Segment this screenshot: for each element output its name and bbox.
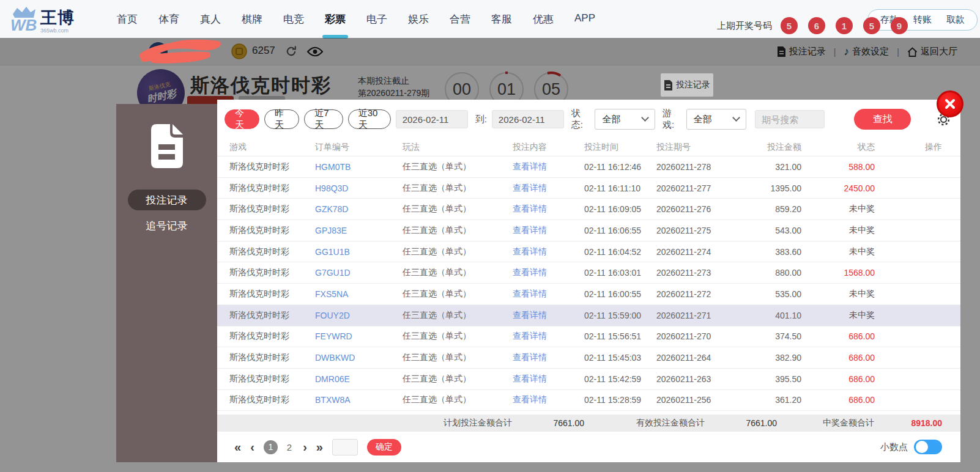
decimal-toggle-group: 小数点 bbox=[880, 440, 942, 454]
brand-logo[interactable]: WB 王博 365wb.com bbox=[10, 4, 75, 34]
view-details-link[interactable]: 查看详情 bbox=[513, 204, 584, 215]
draw-number-ball: 5 bbox=[863, 17, 880, 34]
cell-order-id[interactable]: GZK78D bbox=[315, 204, 403, 214]
cell-order-id[interactable]: FXS5NA bbox=[315, 289, 403, 299]
view-details-link[interactable]: 查看详情 bbox=[513, 161, 584, 172]
cell-game: 斯洛伐克时时彩 bbox=[229, 289, 315, 300]
current-page[interactable]: 1 bbox=[264, 440, 278, 454]
view-details-link[interactable]: 查看详情 bbox=[513, 374, 584, 385]
cell-status: 未中奖 bbox=[801, 246, 875, 257]
cell-bet-time: 02-11 15:56:51 bbox=[584, 331, 656, 341]
cell-amount: 382.90 bbox=[730, 353, 801, 363]
view-details-link[interactable]: 查看详情 bbox=[513, 352, 584, 363]
nav-item[interactable]: 客服 bbox=[487, 10, 516, 29]
quick-filter-button[interactable]: 近7天 bbox=[304, 109, 343, 129]
view-details-link[interactable]: 查看详情 bbox=[513, 310, 584, 321]
nav-item[interactable]: 彩票 bbox=[321, 10, 350, 29]
cell-game: 斯洛伐克时时彩 bbox=[229, 331, 315, 342]
decimal-toggle[interactable] bbox=[914, 440, 942, 454]
cell-order-id[interactable]: DMR06E bbox=[315, 374, 403, 384]
nav-item[interactable]: 体育 bbox=[154, 10, 184, 29]
cell-status: 未中奖 bbox=[801, 204, 875, 215]
cell-game: 斯洛伐克时时彩 bbox=[229, 394, 315, 405]
wallet-action[interactable]: 取款 bbox=[946, 14, 965, 26]
cell-period: 20260211-270 bbox=[656, 331, 730, 341]
cell-period: 20260211-271 bbox=[656, 311, 730, 320]
view-details-link[interactable]: 查看详情 bbox=[513, 225, 584, 236]
close-modal-button[interactable] bbox=[937, 90, 963, 117]
game-label: 游戏: bbox=[663, 108, 681, 131]
bet-record-menu-button[interactable]: 投注记录 bbox=[661, 73, 713, 97]
win-total-value: 8918.00 bbox=[881, 418, 942, 428]
nav-item[interactable]: 真人 bbox=[196, 10, 225, 29]
planned-total-value: 7661.00 bbox=[523, 418, 584, 428]
cell-amount: 361.20 bbox=[730, 395, 801, 405]
cell-order-id[interactable]: FOUY2D bbox=[315, 311, 403, 320]
date-to-input[interactable] bbox=[492, 110, 564, 128]
game-select[interactable]: 全部 bbox=[686, 109, 747, 130]
next-page-button[interactable]: › bbox=[303, 441, 307, 453]
view-details-link[interactable]: 查看详情 bbox=[513, 183, 584, 194]
cell-game: 斯洛伐克时时彩 bbox=[229, 352, 315, 363]
cell-order-id[interactable]: GPJ83E bbox=[315, 226, 403, 235]
page-numbers: 12 bbox=[264, 440, 294, 454]
cell-bet-time: 02-11 16:12:46 bbox=[584, 162, 656, 172]
view-details-link[interactable]: 查看详情 bbox=[513, 289, 584, 300]
quick-filter-button[interactable]: 近30天 bbox=[348, 109, 391, 129]
first-page-button[interactable]: « bbox=[234, 441, 241, 453]
quick-date-filters: 今天昨天近7天近30天 bbox=[225, 109, 391, 129]
cell-status: 未中奖 bbox=[801, 310, 875, 321]
username-redaction-scribble bbox=[136, 39, 229, 65]
nav-item[interactable]: 合营 bbox=[445, 10, 475, 29]
cell-period: 20260211-278 bbox=[656, 162, 730, 172]
cell-period: 20260211-264 bbox=[656, 353, 730, 363]
column-header: 投注期号 bbox=[656, 142, 730, 153]
prev-page-button[interactable]: ‹ bbox=[250, 441, 254, 453]
table-row: 斯洛伐克时时彩GZK78D任三直选（单式）查看详情02-11 16:09:052… bbox=[217, 199, 960, 220]
cell-period: 20260211-273 bbox=[656, 268, 730, 278]
cell-order-id[interactable]: H98Q3D bbox=[315, 183, 403, 193]
svg-text:WB: WB bbox=[10, 16, 37, 34]
sidebar-item-bet-records[interactable]: 投注记录 bbox=[128, 190, 206, 210]
view-details-link[interactable]: 查看详情 bbox=[513, 246, 584, 257]
cell-order-id[interactable]: BTXW8A bbox=[315, 395, 403, 405]
cell-order-id[interactable]: G7GU1D bbox=[315, 268, 403, 278]
nav-item[interactable]: 电子 bbox=[362, 10, 392, 29]
wallet-action[interactable]: 转账 bbox=[913, 14, 932, 26]
chevron-down-icon bbox=[732, 114, 740, 122]
nav-item[interactable]: 娱乐 bbox=[404, 10, 433, 29]
quick-filter-active[interactable]: 今天 bbox=[225, 109, 259, 129]
cell-game: 斯洛伐克时时彩 bbox=[229, 374, 315, 385]
last-draw-balls: 56159 bbox=[781, 17, 908, 34]
sidebar-item-chase-records[interactable]: 追号记录 bbox=[128, 215, 206, 236]
quick-filter-button[interactable]: 昨天 bbox=[264, 109, 299, 129]
chevron-down-icon bbox=[641, 114, 649, 122]
cell-order-id[interactable]: DWBKWD bbox=[315, 353, 403, 363]
win-total-label: 中奖金额合计 bbox=[823, 418, 881, 429]
cell-period: 20260211-263 bbox=[656, 374, 730, 384]
nav-item[interactable]: 电竞 bbox=[279, 10, 308, 29]
last-page-button[interactable]: » bbox=[316, 441, 323, 453]
column-header: 订单编号 bbox=[315, 142, 403, 153]
to-label: 到: bbox=[475, 114, 487, 125]
brand-domain: 365wb.com bbox=[40, 28, 75, 34]
date-from-input[interactable] bbox=[396, 110, 468, 128]
page-jump-input[interactable] bbox=[332, 439, 358, 455]
nav-item[interactable]: APP bbox=[570, 10, 600, 29]
view-details-link[interactable]: 查看详情 bbox=[513, 331, 584, 342]
nav-item[interactable]: 首页 bbox=[113, 10, 142, 29]
cell-order-id[interactable]: HGM0TB bbox=[315, 162, 403, 172]
status-select[interactable]: 全部 bbox=[595, 109, 655, 130]
cell-amount: 880.00 bbox=[730, 268, 801, 278]
page-jump-confirm-button[interactable]: 确定 bbox=[367, 439, 401, 455]
view-details-link[interactable]: 查看详情 bbox=[513, 267, 584, 278]
page-button[interactable]: 2 bbox=[285, 442, 294, 452]
period-search-input[interactable] bbox=[755, 110, 825, 128]
search-button[interactable]: 查找 bbox=[854, 109, 911, 130]
cell-order-id[interactable]: GG1U1B bbox=[315, 247, 403, 257]
nav-item[interactable]: 优惠 bbox=[529, 10, 558, 29]
cell-order-id[interactable]: FEYWRD bbox=[315, 331, 403, 341]
view-details-link[interactable]: 查看详情 bbox=[513, 394, 584, 405]
document-icon bbox=[147, 122, 187, 170]
nav-item[interactable]: 棋牌 bbox=[237, 10, 267, 29]
